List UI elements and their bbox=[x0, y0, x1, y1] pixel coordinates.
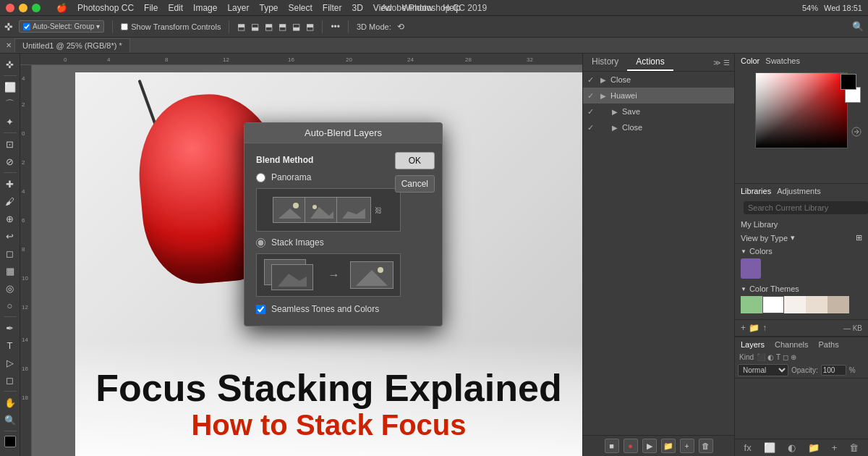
tab-history[interactable]: History bbox=[583, 54, 627, 71]
action-row-0[interactable]: ✓ ▶ Close bbox=[583, 72, 734, 88]
smart-filter-icon[interactable]: ⊕ bbox=[791, 353, 796, 361]
stack-radio[interactable] bbox=[256, 238, 265, 248]
stack-option[interactable]: Stack Images bbox=[256, 237, 430, 248]
menu-edit[interactable]: Edit bbox=[168, 3, 183, 13]
move-tool[interactable]: ✜ bbox=[2, 56, 18, 72]
shape-tool[interactable]: ◻ bbox=[2, 372, 18, 388]
seamless-option[interactable]: Seamless Tones and Colors bbox=[256, 304, 430, 314]
crop-tool[interactable]: ⊡ bbox=[2, 136, 18, 152]
align-left-icon[interactable]: ⬒ bbox=[237, 22, 245, 32]
theme-chip-2[interactable] bbox=[784, 296, 806, 313]
close-tab-icon[interactable]: ✕ bbox=[6, 41, 12, 49]
new-layer-button[interactable]: + bbox=[832, 442, 838, 453]
menu-apple[interactable]: 🍎 bbox=[56, 3, 67, 13]
brush-tool[interactable]: 🖌 bbox=[2, 193, 18, 209]
switch-colors-icon[interactable] bbox=[851, 126, 862, 140]
type-filter-icon[interactable]: T bbox=[776, 353, 780, 361]
expand-icon-1[interactable]: ▶ bbox=[600, 92, 606, 100]
more-options-icon[interactable]: ••• bbox=[331, 22, 340, 32]
eraser-tool[interactable]: ◻ bbox=[2, 245, 18, 261]
action-row-1[interactable]: ✓ ▶ Huawei bbox=[583, 88, 734, 104]
panel-expand-icon[interactable]: ≫ bbox=[713, 59, 720, 67]
tab-color[interactable]: Color bbox=[741, 56, 760, 65]
close-button[interactable] bbox=[6, 4, 14, 12]
type-tool[interactable]: T bbox=[2, 337, 18, 353]
stop-playback-button[interactable]: ■ bbox=[605, 439, 619, 453]
new-action-set-button[interactable]: 📁 bbox=[661, 439, 676, 453]
action-row-3[interactable]: ✓ ▶ Close bbox=[583, 119, 734, 135]
action-row-2[interactable]: ✓ ▶ Save bbox=[583, 104, 734, 119]
panel-menu-icon[interactable]: ☰ bbox=[723, 59, 730, 67]
cancel-button[interactable]: Cancel bbox=[395, 175, 435, 193]
delete-action-button[interactable]: 🗑 bbox=[699, 439, 713, 453]
layer-fx-button[interactable]: fx bbox=[744, 442, 752, 453]
tab-swatches[interactable]: Swatches bbox=[765, 56, 800, 65]
search-icon[interactable]: 🔍 bbox=[852, 21, 864, 32]
upload-icon[interactable]: ↑ bbox=[762, 323, 767, 333]
expand-icon-0[interactable]: ▶ bbox=[600, 76, 606, 84]
pixel-filter-icon[interactable]: ⬛ bbox=[757, 353, 765, 361]
color-chip-0[interactable] bbox=[741, 258, 761, 279]
foreground-color[interactable] bbox=[4, 436, 16, 447]
theme-chip-0[interactable] bbox=[741, 296, 762, 313]
foreground-swatch[interactable] bbox=[841, 74, 856, 90]
menu-3d[interactable]: 3D bbox=[352, 3, 363, 13]
maximize-button[interactable] bbox=[32, 4, 41, 12]
zoom-tool[interactable]: 🔍 bbox=[2, 412, 18, 428]
seamless-checkbox[interactable] bbox=[256, 305, 265, 314]
record-button[interactable]: ● bbox=[624, 439, 638, 453]
color-gradient[interactable] bbox=[755, 72, 848, 148]
show-transform-checkbox[interactable] bbox=[121, 23, 128, 30]
history-brush-tool[interactable]: ↩ bbox=[2, 228, 18, 244]
move-tool-icon[interactable]: ✜ bbox=[4, 21, 13, 33]
align-middle-icon[interactable]: ⬓ bbox=[292, 22, 300, 32]
wand-tool[interactable]: ✦ bbox=[2, 114, 18, 130]
hand-tool[interactable]: ✋ bbox=[2, 394, 18, 410]
play-button[interactable]: ▶ bbox=[642, 439, 657, 453]
add-mask-button[interactable]: ⬜ bbox=[764, 442, 775, 453]
menu-photoshop[interactable]: Photoshop CC bbox=[77, 3, 134, 13]
minimize-button[interactable] bbox=[19, 4, 27, 12]
document-tab[interactable]: Untitled1 @ 25% (RGB/8*) * bbox=[14, 38, 130, 52]
new-action-button[interactable]: + bbox=[680, 439, 694, 453]
expand-icon-3[interactable]: ▶ bbox=[612, 124, 618, 132]
align-bottom-icon[interactable]: ⬒ bbox=[306, 22, 314, 32]
dodge-tool[interactable]: ○ bbox=[2, 297, 18, 313]
eyedropper-tool[interactable]: ⊘ bbox=[2, 153, 18, 169]
new-fill-button[interactable]: ◐ bbox=[788, 442, 796, 453]
library-view-selector[interactable]: View by Type ▾ ⊞ bbox=[735, 232, 868, 244]
show-transform-option[interactable]: Show Transform Controls bbox=[121, 22, 221, 31]
auto-select-checkbox[interactable] bbox=[23, 23, 30, 30]
auto-select-group[interactable]: Auto-Select: Group ▾ bbox=[19, 20, 104, 33]
marquee-tool[interactable]: ⬜ bbox=[2, 79, 18, 95]
healing-tool[interactable]: ✚ bbox=[2, 176, 18, 192]
chevron-down-icon[interactable]: ▾ bbox=[96, 22, 100, 30]
expand-icon-2[interactable]: ▶ bbox=[612, 108, 618, 116]
library-grid-icon[interactable]: ⊞ bbox=[856, 233, 862, 242]
3d-icon[interactable]: ⟲ bbox=[397, 22, 404, 32]
menu-file[interactable]: File bbox=[144, 3, 158, 13]
ok-button[interactable]: OK bbox=[395, 152, 435, 169]
menu-filter[interactable]: Filter bbox=[323, 3, 342, 13]
menu-type[interactable]: Type bbox=[259, 3, 278, 13]
adjustment-filter-icon[interactable]: ◐ bbox=[767, 353, 774, 361]
menu-image[interactable]: Image bbox=[193, 3, 217, 13]
theme-chip-4[interactable] bbox=[827, 296, 849, 313]
tab-paths[interactable]: Paths bbox=[816, 339, 842, 350]
opacity-input[interactable] bbox=[821, 365, 846, 376]
lasso-tool[interactable]: ⌒ bbox=[2, 96, 18, 112]
tab-layers[interactable]: Layers bbox=[738, 339, 767, 350]
library-search-input[interactable] bbox=[744, 201, 868, 214]
align-right-icon[interactable]: ⬒ bbox=[265, 22, 273, 32]
align-center-h-icon[interactable]: ⬓ bbox=[251, 22, 259, 32]
clone-tool[interactable]: ⊕ bbox=[2, 211, 18, 227]
shape-filter-icon[interactable]: ◻ bbox=[783, 353, 788, 361]
align-top-icon[interactable]: ⬒ bbox=[278, 22, 286, 32]
menu-select[interactable]: Select bbox=[288, 3, 312, 13]
tab-actions[interactable]: Actions bbox=[627, 54, 673, 71]
theme-chip-3[interactable] bbox=[806, 296, 827, 313]
folder-icon[interactable]: 📁 bbox=[749, 323, 760, 333]
tab-channels[interactable]: Channels bbox=[772, 339, 811, 350]
delete-layer-button[interactable]: 🗑 bbox=[849, 442, 859, 453]
tab-adjustments[interactable]: Adjustments bbox=[777, 187, 821, 195]
